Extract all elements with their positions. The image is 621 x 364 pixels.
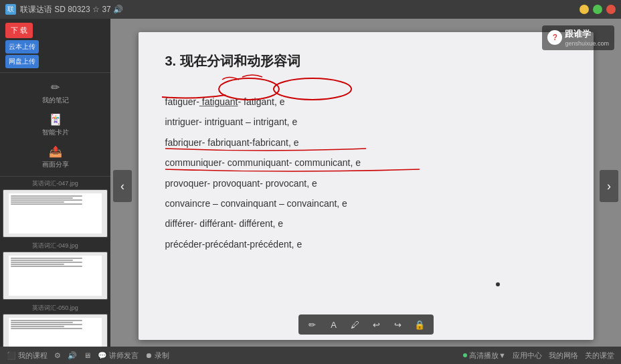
slide-container: ‹ 3. 现在分词和动形容词 [110, 19, 621, 347]
thumb-line [11, 328, 82, 329]
redo-button[interactable]: ↪ [389, 317, 407, 332]
word-row: convaincre – convainquant – convaincant,… [165, 196, 567, 211]
thumbnail-item[interactable]: 英语词汇-050.jpg [3, 304, 108, 347]
annotation-svg-2 [165, 167, 420, 174]
cloud-upload-button[interactable]: 云本上传 [5, 40, 39, 54]
word-row: précéder-précédant-précédent, e [165, 237, 567, 252]
chat-icon: 💬 [98, 351, 107, 360]
word-row-text-6: différer- différant- différent, e [165, 218, 284, 229]
record-label: 录制 [155, 351, 169, 361]
settings-item[interactable]: ⚙ [54, 351, 61, 360]
thumb-line [11, 203, 82, 205]
gallery-icon: ⬛ [7, 351, 16, 360]
audio-item[interactable]: 🔊 [68, 351, 77, 360]
close-button[interactable] [606, 5, 616, 14]
slide-toolbar: ✏ A 🖊 ↩ ↪ 🔒 [298, 314, 434, 335]
watermark-icon: ? [547, 30, 562, 45]
thumb-line [11, 324, 82, 325]
upload-buttons: 下 载 云本上传 网盘上传 [5, 23, 39, 68]
annotation-svg [165, 147, 366, 154]
sidebar: 下 载 云本上传 网盘上传 ✏ 我的笔记 🃏 智能卡片 📤 画面分享 [0, 19, 110, 347]
gallery-item[interactable]: ⬛ 我的课程 [7, 351, 48, 361]
watermark-brand: 跟谁学 [565, 28, 609, 40]
app-center[interactable]: 应用中心 [513, 351, 542, 361]
title-bar: 联 联课达语 SD 80323 ☆ 37 🔊 [0, 0, 621, 19]
thumb-line [11, 262, 82, 263]
thumb-line [11, 199, 82, 201]
record-item[interactable]: ⏺ 录制 [145, 351, 169, 361]
hd-label: 高清播放▼ [469, 351, 506, 361]
sidebar-item-notes[interactable]: ✏ 我的笔记 [0, 77, 110, 108]
sidebar-item-share[interactable]: 📤 画面分享 [0, 141, 110, 172]
pen-tool-button[interactable]: ✏ [304, 317, 321, 332]
content-area: ‹ 3. 现在分词和动形容词 [110, 19, 621, 347]
hd-dot [463, 353, 467, 357]
thumbnail-content [9, 318, 102, 347]
screen-item[interactable]: 🖥 [84, 351, 91, 359]
share-icon: 📤 [48, 144, 63, 159]
sidebar-item-flashcard[interactable]: 🃏 智能卡片 [0, 109, 110, 140]
flashcard-icon: 🃏 [48, 112, 63, 126]
app-icon: 联 [5, 4, 16, 15]
sidebar-top-buttons: 下 载 云本上传 网盘上传 [0, 19, 110, 73]
notes-icon: ✏ [48, 80, 63, 94]
lock-button[interactable]: 🔒 [411, 317, 428, 332]
settings-icon: ⚙ [54, 351, 61, 360]
thumb-line [11, 260, 73, 261]
word-row-text-4: provoquer- provoquant- provocant, e [165, 178, 317, 189]
download-button[interactable]: 下 载 [5, 23, 33, 38]
word-row-text-2: fabriquer- fabriquant-fabricant, e [165, 137, 299, 148]
thumb-line [11, 326, 64, 327]
thumbnail-content [9, 193, 102, 234]
gallery-label: 我的课程 [18, 351, 48, 361]
sidebar-actions: ✏ 我的笔记 🃏 智能卡片 📤 画面分享 [0, 73, 110, 177]
thumbnail-label: 英语词汇-047.jpg [3, 179, 108, 188]
word-row: différer- différant- différent, e [165, 216, 567, 231]
app-center-label: 应用中心 [513, 351, 542, 361]
thumbnail-preview [3, 314, 108, 347]
undo-button[interactable]: ↩ [368, 317, 385, 332]
cursor-indicator [496, 282, 500, 286]
hd-toggle[interactable]: 高清播放▼ [463, 351, 506, 361]
next-slide-button[interactable]: › [600, 170, 618, 202]
main-container: 下 载 云本上传 网盘上传 ✏ 我的笔记 🃏 智能卡片 📤 画面分享 [0, 19, 621, 347]
thumbnail-item[interactable]: 英语词汇-047.jpg [3, 179, 108, 238]
word-row-text-5: convaincre – convainquant – convaincant,… [165, 198, 347, 209]
word-row: fabriquer- fabriquant-fabricant, e [165, 135, 567, 150]
thumbnail-label: 英语词汇-050.jpg [3, 304, 108, 312]
thumb-line [11, 320, 82, 321]
window-title: 联课达语 SD 80323 ☆ 37 🔊 [20, 4, 580, 15]
word-row-text-0: fatiguer- fatiguant- fatigant, e [165, 94, 285, 109]
chat-item[interactable]: 💬 讲师发言 [98, 351, 139, 361]
highlight-tool-button[interactable]: 🖊 [347, 317, 364, 332]
watermark: ? 跟谁学 genshuixue.com [542, 25, 614, 50]
word-row-text-1: intriguer- intriguant – intrigant, e [165, 116, 298, 127]
thumbnail-label: 英语词汇-049.jpg [3, 242, 108, 250]
window-controls [580, 5, 616, 14]
watermark-info: 跟谁学 genshuixue.com [565, 28, 609, 48]
thumb-line [11, 264, 64, 265]
minimize-button[interactable] [580, 5, 589, 14]
local-upload-button[interactable]: 网盘上传 [5, 55, 39, 68]
slide-title: 3. 现在分词和动形容词 [165, 52, 567, 70]
classroom-item[interactable]: 关的课堂 [585, 351, 614, 361]
chat-label: 讲师发言 [109, 351, 139, 361]
network-status[interactable]: 我的网络 [549, 351, 578, 361]
text-tool-button[interactable]: A [325, 317, 343, 332]
thumb-line [11, 195, 82, 197]
maximize-button[interactable] [593, 5, 602, 14]
thumb-line [11, 322, 73, 323]
prev-slide-button[interactable]: ‹ [113, 170, 132, 202]
word-row: intriguer- intriguant – intrigant, e [165, 114, 567, 129]
word-row: communiquer- communiquant- communicant, … [165, 155, 567, 170]
word-row: fatiguer- fatiguant- fatigant, e [165, 84, 567, 109]
thumbnail-item[interactable]: 英语词汇-049.jpg [3, 242, 108, 300]
classroom-label: 关的课堂 [585, 351, 614, 361]
status-left: ⬛ 我的课程 ⚙ 🔊 🖥 💬 讲师发言 ⏺ 录制 [7, 351, 169, 361]
status-right: 高清播放▼ 应用中心 我的网络 关的课堂 [463, 351, 614, 361]
record-icon: ⏺ [145, 351, 153, 359]
word-row-text-7: précéder-précédant-précédent, e [165, 239, 302, 250]
thumb-line [11, 266, 82, 267]
thumb-line [11, 258, 82, 259]
audio-icon: 🔊 [68, 351, 77, 360]
